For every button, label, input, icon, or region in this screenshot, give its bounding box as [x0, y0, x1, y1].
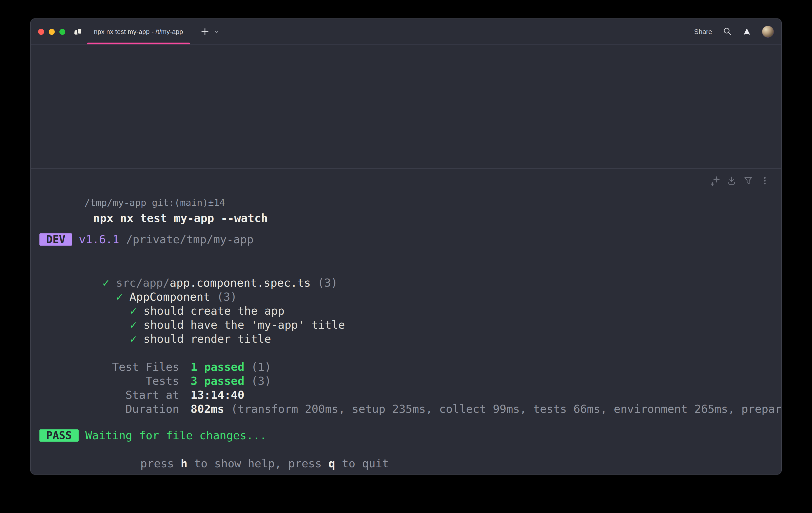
- test-suite-name: AppComponent: [129, 290, 210, 303]
- titlebar: npx nx test my-app - /t/my-app Share: [31, 19, 781, 45]
- test-case-name: should create the app: [143, 304, 285, 317]
- summary-value: 1 passed: [191, 360, 244, 373]
- test-file-dir: src/app/: [116, 276, 170, 289]
- run-summary: Test Files1 passed(1) Tests3 passed(3) S…: [45, 346, 771, 402]
- project-path: /private/tmp/my-app: [126, 232, 254, 246]
- watch-help-line: press h to show help, press q to quit: [39, 442, 771, 456]
- test-file-line: ✓src/app/app.component.spec.ts(3): [39, 262, 771, 276]
- block-toolbar: [709, 175, 771, 187]
- test-case-name: should render title: [143, 332, 271, 345]
- download-icon: [726, 175, 737, 187]
- pass-badge: PASS: [39, 429, 79, 441]
- search-icon: [723, 27, 732, 36]
- summary-extra: (1): [251, 360, 271, 373]
- summary-label: Duration: [112, 402, 179, 416]
- help-key-q: q: [328, 457, 335, 470]
- prompt-line: /tmp/my-app git:(main)±14: [39, 182, 771, 196]
- new-tab-button[interactable]: [200, 27, 210, 36]
- help-text: press: [140, 457, 180, 470]
- sparkles-icon: [709, 175, 720, 187]
- user-avatar[interactable]: [762, 26, 774, 38]
- pass-status-line: PASS Waiting for file changes...: [39, 428, 771, 442]
- tab-active[interactable]: npx nx test my-app - /t/my-app: [74, 19, 183, 45]
- plus-icon: [200, 27, 210, 36]
- help-key-h: h: [180, 457, 187, 470]
- terminal-output: /tmp/my-app git:(main)±14 npx nx test my…: [31, 169, 781, 456]
- summary-extra: (transform 200ms, setup 235ms, collect 9…: [231, 402, 782, 415]
- terminal-window: npx nx test my-app - /t/my-app Share: [30, 19, 782, 475]
- summary-value: 802ms: [191, 402, 224, 415]
- chevron-down-icon: [214, 29, 220, 34]
- check-icon: ✓: [130, 318, 137, 331]
- titlebar-actions: Share: [694, 26, 774, 38]
- ai-actions-button[interactable]: [709, 175, 721, 187]
- block-more-options-button[interactable]: [759, 175, 771, 187]
- tab-blocks-icon: [74, 28, 83, 35]
- maximize-window-button[interactable]: [59, 29, 65, 35]
- prompt-path: /tmp/my-app git:(main)±14: [84, 197, 225, 208]
- summary-value: 3 passed: [191, 374, 244, 387]
- test-file-count: (3): [318, 276, 338, 289]
- check-icon: ✓: [116, 290, 123, 303]
- search-button[interactable]: [723, 27, 732, 36]
- summary-label: Tests: [112, 374, 179, 388]
- summary-extra: (3): [251, 374, 271, 387]
- warp-logo-icon: [743, 28, 751, 35]
- filter-output-button[interactable]: [742, 175, 754, 187]
- vitest-version: v1.6.1: [79, 232, 119, 246]
- help-text: to show help, press: [187, 457, 328, 470]
- summary-row-test-files: Test Files1 passed(1): [45, 346, 771, 360]
- watch-message: Waiting for file changes...: [85, 428, 267, 442]
- command-block: /tmp/my-app git:(main)±14 npx nx test my…: [31, 169, 781, 456]
- test-file-name: app.component.spec.ts: [170, 276, 311, 289]
- dev-badge: DEV: [39, 234, 72, 246]
- check-icon: ✓: [103, 276, 109, 289]
- active-tab-indicator: [87, 43, 190, 45]
- command-text: npx nx test my-app --watch: [93, 212, 268, 224]
- window-controls: [38, 29, 65, 35]
- kebab-menu-icon: [760, 175, 770, 187]
- check-icon: ✓: [130, 304, 137, 317]
- summary-value: 13:14:40: [191, 388, 244, 401]
- summary-label: Test Files: [112, 360, 179, 374]
- download-output-button[interactable]: [726, 175, 737, 187]
- tab-title: npx nx test my-app - /t/my-app: [94, 28, 183, 35]
- summary-label: Start at: [112, 388, 179, 402]
- test-case-name: should have the 'my-app' title: [143, 318, 345, 331]
- share-button[interactable]: Share: [694, 28, 712, 36]
- help-text: to quit: [335, 457, 389, 470]
- close-window-button[interactable]: [38, 29, 44, 35]
- minimize-window-button[interactable]: [49, 29, 55, 35]
- filter-funnel-icon: [743, 175, 753, 187]
- dev-status-line: DEV v1.6.1 /private/tmp/my-app: [39, 232, 771, 246]
- tab-list-chevron-button[interactable]: [214, 29, 220, 34]
- terminal-scrollback: [31, 45, 781, 169]
- check-icon: ✓: [130, 332, 137, 345]
- test-suite-count: (3): [217, 290, 237, 303]
